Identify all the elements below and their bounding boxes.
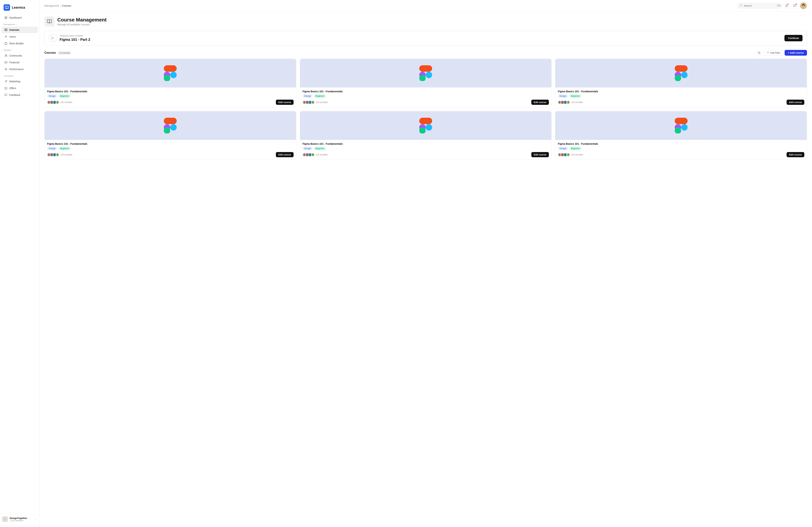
sidebar-item-store-builder[interactable]: Store Builder [1,40,38,47]
avatars-stack: 👤👤👤👤 [303,153,315,156]
notifications-button[interactable] [783,2,790,9]
sidebar-item-performance[interactable]: Performance [1,66,38,73]
ongoing-banner: Ongoing course creation Figma 101 - Part… [44,31,807,45]
org-avatar: 🏷️ [2,516,8,522]
page-header-text: Course Management Manage all available c… [57,17,106,26]
svg-rect-20 [164,65,177,72]
course-name: Figma Basics 101 - Fundamentals [47,90,293,93]
edit-course-button[interactable]: Edit course [276,152,293,157]
page-subtitle: Manage all available courses. [57,23,106,26]
feedback-icon [4,93,8,96]
ongoing-title: Figma 101 - Part 2 [60,37,782,42]
sidebar-item-financial[interactable]: Financial [1,59,38,66]
ongoing-label: Ongoing course creation [60,34,782,37]
org-more-dots[interactable]: ··· [35,517,37,521]
svg-rect-36 [419,118,432,124]
enrolled-count: 123 enrolled [60,101,72,104]
svg-point-10 [5,69,6,70]
add-course-button[interactable]: + Add course [785,50,807,56]
svg-line-13 [742,6,742,6]
sidebar-item-community[interactable]: Community [1,52,38,59]
svg-point-33 [170,124,177,131]
messages-button[interactable] [792,2,798,9]
dashboard-icon [4,16,8,19]
enrolled-avatar: 👤 [566,101,570,104]
app-name: Learnica [12,6,25,10]
sidebar-item-users[interactable]: Users [1,33,38,40]
courses-icon [4,28,8,31]
page-header: Course Management Manage all available c… [44,16,807,27]
course-tags: DesignBeginner [303,94,549,98]
course-card: Figma Basics 101 - Fundamentals DesignBe… [555,111,807,160]
notification-dot [787,3,789,5]
course-tag: Design [558,147,568,150]
add-filter-button[interactable]: Add Filter [764,50,783,56]
message-dot [796,3,797,5]
course-name: Figma Basics 101 - Fundamentals [303,142,549,145]
svg-rect-24 [419,65,432,72]
header: Management / Courses ⌘K 👨 [39,0,812,12]
search-shortcut: ⌘K [777,4,782,7]
svg-point-6 [5,55,6,56]
section-analytics-label: Analytics [0,47,39,52]
avatars-stack: 👤👤👤👤 [47,153,59,156]
search-courses-button[interactable] [756,50,762,56]
course-thumbnail [555,59,807,88]
search-bar[interactable]: ⌘K [738,3,781,9]
sidebar-item-dashboard[interactable]: Dashboard [1,15,38,21]
edit-course-button[interactable]: Edit course [786,152,804,157]
avatars-stack: 👤👤👤👤 [47,101,59,104]
search-icon [740,4,742,7]
course-card: Figma Basics 101 - Fundamentals DesignBe… [44,59,296,107]
course-card: Figma Basics 101 - Fundamentals DesignBe… [300,59,552,107]
sidebar-item-offers[interactable]: Offers [1,85,38,91]
edit-course-button[interactable]: Edit course [276,100,293,105]
avatars-stack: 👤👤👤👤 [558,153,570,156]
course-name: Figma Basics 101 - Fundamentals [558,90,804,93]
course-info: Figma Basics 101 - Fundamentals DesignBe… [300,140,552,160]
section-management-label: Management [0,21,39,27]
course-enrolled: 👤👤👤👤 123 enrolled [47,153,72,156]
edit-course-button[interactable]: Edit course [786,100,804,105]
course-thumbnail [555,111,807,140]
svg-marker-14 [52,37,54,40]
store-icon [4,42,8,45]
users-label: Users [9,35,16,38]
svg-rect-3 [6,18,7,19]
sidebar-item-courses[interactable]: Courses [1,27,38,33]
course-info: Figma Basics 101 - Fundamentals DesignBe… [45,88,296,107]
course-info: Figma Basics 101 - Fundamentals DesignBe… [300,88,552,107]
edit-course-button[interactable]: Edit course [531,152,549,157]
course-tag: Beginner [58,94,71,98]
avatars-stack: 👤👤👤👤 [303,101,315,104]
course-tag: Design [303,147,313,150]
svg-rect-28 [675,65,687,72]
course-name: Figma Basics 101 - Fundamentals [303,90,549,93]
sidebar-item-marketing[interactable]: Marketing [1,78,38,85]
avatars-stack: 👤👤👤👤 [558,101,570,104]
community-icon [4,54,8,57]
enrolled-count: 123 enrolled [316,101,328,104]
course-footer: 👤👤👤👤 123 enrolled Edit course [47,100,293,105]
course-thumbnail [45,111,296,140]
course-card: Figma Basics 101 - Fundamentals DesignBe… [44,111,296,160]
course-tags: DesignBeginner [47,94,293,98]
section-campaigns-label: Campaigns [0,73,39,78]
svg-rect-5 [5,43,7,45]
enrolled-count: 123 enrolled [60,153,72,156]
edit-course-button[interactable]: Edit course [531,100,549,105]
user-avatar[interactable]: 👨 [800,2,807,9]
course-enrolled: 👤👤👤👤 123 enrolled [558,153,583,156]
header-icons: 👨 [783,2,807,9]
sidebar-logo[interactable]: Learnica [0,3,39,14]
course-footer: 👤👤👤👤 123 enrolled Edit course [558,152,804,157]
continue-button[interactable]: Continue [784,35,802,41]
community-label: Community [9,54,22,57]
course-enrolled: 👤👤👤👤 123 enrolled [558,101,583,104]
sidebar-footer[interactable]: 🏷️ DesignTogether 1,212 members ··· [0,514,39,524]
course-tag: Beginner [569,94,581,98]
course-tags: DesignBeginner [558,94,804,98]
search-input[interactable] [744,4,775,7]
breadcrumb: Management / Courses [44,4,735,7]
sidebar-item-feedback[interactable]: Feedback [1,92,38,98]
